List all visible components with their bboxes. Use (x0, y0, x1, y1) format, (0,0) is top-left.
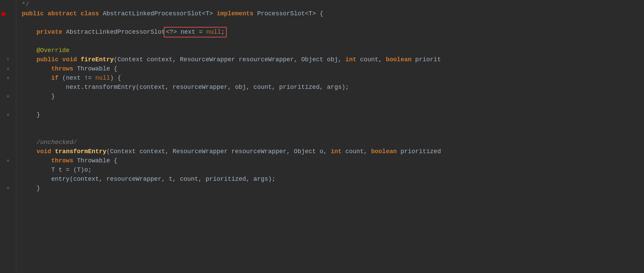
token-brace-open: { (316, 9, 323, 19)
code-line-21: } (22, 184, 644, 193)
token-classname: AbstractLinkedProcessorSlot (99, 9, 202, 19)
code-line-19: T t = ( T )o; (22, 165, 644, 175)
diamond-icon-9: ◇ (7, 75, 9, 81)
diamond-icon-11: ◇ (7, 93, 9, 100)
token-t-assign: t = ( (55, 165, 77, 175)
code-line-2: public abstract class AbstractLinkedProc… (22, 9, 644, 18)
token-params2: (Context context, ResourceWrapper resour… (106, 147, 331, 157)
token-if: if (22, 74, 59, 83)
code-line-13: } (22, 110, 644, 119)
code-line-4: private AbstractLinkedProcessorSlot<?> n… (22, 28, 644, 37)
gutter-row-6 (0, 46, 16, 55)
up-arrow-icon: ↑ (6, 55, 10, 64)
diamond-icon-18: ◇ (7, 158, 9, 164)
gutter-row-2[interactable] (0, 9, 16, 18)
token-params1: (Context context, ResourceWrapper resour… (114, 55, 345, 65)
gutter-row-11: ◇ (0, 92, 16, 101)
gutter-row-4 (0, 28, 16, 37)
token-transformentry: transformEntry (55, 147, 106, 157)
gutter-row-7: ↑ (0, 55, 16, 64)
code-area[interactable]: */ public abstract class AbstractLinkedP… (16, 0, 644, 273)
gutter-row-3 (0, 18, 16, 28)
token-null: null (206, 29, 221, 35)
token-close-method: } (22, 110, 40, 120)
gutter-row-17 (0, 147, 16, 156)
token-void: void (62, 55, 77, 65)
token-throwable1: Throwable { (73, 64, 117, 74)
token-boolean2: boolean (371, 147, 397, 157)
token-comment-end: */ (22, 0, 29, 9)
token-cast: )o; (81, 165, 92, 175)
code-line-20: entry(context, resourceWrapper, t, count… (22, 175, 644, 184)
gutter-row-9: ◇ (0, 74, 16, 83)
token-priorit: priorit (412, 55, 441, 65)
gutter-row-21: ◇ (0, 184, 16, 193)
gutter-row-15 (0, 129, 16, 138)
token-space (44, 9, 48, 19)
gutter-row-20 (0, 175, 16, 184)
token-private: private (22, 28, 62, 37)
token-generic-t: <T> (202, 9, 213, 19)
token-close-if: } (22, 92, 55, 101)
token-implements: implements (217, 9, 254, 19)
gutter-row-8: ◇ (0, 64, 16, 74)
gutter-row-13: ◇ (0, 110, 16, 119)
gutter-row-19 (0, 165, 16, 175)
code-line-3 (22, 18, 644, 28)
token-T: T (22, 165, 55, 175)
token-public: public (22, 9, 44, 19)
code-line-14 (22, 119, 644, 129)
token-int2: int (331, 147, 341, 157)
token-classname2: AbstractLinkedProcessorSlot (62, 28, 165, 37)
code-line-1: */ (22, 0, 644, 9)
diamond-icon-13: ◇ (7, 112, 9, 118)
token-entry: entry(context, resourceWrapper, t, count… (22, 175, 275, 184)
gutter-row-16 (0, 138, 16, 147)
token-transform: next.transformEntry(context, resourceWra… (22, 83, 349, 92)
sp2 (77, 55, 81, 65)
token-close-method2: } (22, 184, 40, 193)
token-public2: public (22, 55, 59, 65)
code-line-15 (22, 129, 644, 138)
token-throwable2: Throwable { (73, 156, 117, 166)
code-line-7: public void fireEntry (Context context, … (22, 55, 644, 64)
token-unchecked: /unchecked/ (22, 138, 77, 147)
diamond-icon-21: ◇ (7, 185, 9, 192)
token-T2: T (77, 165, 81, 175)
token-generic-t2: <T> (305, 9, 316, 19)
sp3 (51, 147, 55, 157)
code-line-8: throws Throwable { (22, 64, 644, 74)
token-space2 (77, 9, 81, 19)
token-prioritized: prioritized (397, 147, 441, 157)
token-throws2: throws (22, 156, 73, 166)
code-line-6: @Override (22, 46, 644, 55)
token-class: class (81, 9, 99, 19)
gutter-row-14 (0, 119, 16, 129)
token-next-assign: next = (177, 29, 206, 35)
token-if-brace: ) { (110, 74, 121, 83)
token-abstract: abstract (48, 9, 77, 19)
gutter-row-18: ◇ (0, 156, 16, 165)
gutter-row-10 (0, 83, 16, 92)
token-void2: void (22, 147, 51, 157)
token-semi: ; (221, 29, 225, 35)
code-line-16: /unchecked/ (22, 138, 644, 147)
token-generic-wc: <?> (166, 29, 177, 35)
gutter-icons: ↑ ◇ ◇ ◇ ◇ (0, 0, 16, 273)
code-line-5 (22, 37, 644, 46)
code-line-11: } (22, 92, 644, 101)
code-line-9: if (next != null ) { (22, 74, 644, 83)
code-line-18: throws Throwable { (22, 156, 644, 165)
gutter-row-1 (0, 0, 16, 9)
code-line-17: void transformEntry (Context context, Re… (22, 147, 644, 156)
token-count1: count, (356, 55, 386, 65)
editor-container: ↑ ◇ ◇ ◇ ◇ (0, 0, 644, 273)
gutter-row-5 (0, 37, 16, 46)
diamond-icon-8: ◇ (7, 66, 9, 72)
breakpoint-marker[interactable] (1, 12, 5, 16)
token-interface: ProcessorSlot (254, 9, 305, 19)
gutter: ↑ ◇ ◇ ◇ ◇ (0, 0, 16, 273)
gutter-row-12 (0, 101, 16, 110)
token-if-cond: (next != (59, 74, 95, 83)
code-line-10: next.transformEntry(context, resourceWra… (22, 83, 644, 92)
